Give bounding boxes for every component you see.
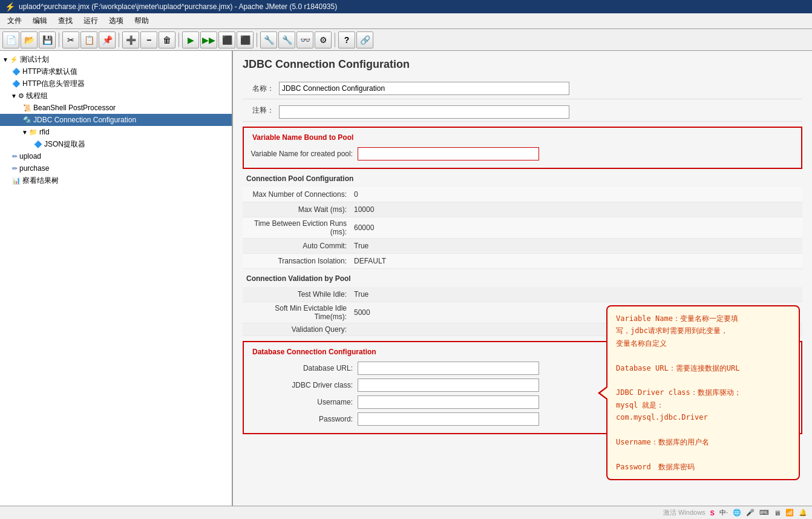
tooltip-bubble: Variable Name：变量名称一定要填 写，jdbc请求时需要用到此变量，… bbox=[606, 305, 800, 480]
log-tools-button[interactable]: 🔧 bbox=[260, 31, 277, 48]
tree-item-purchase[interactable]: ✏ purchase bbox=[0, 162, 232, 174]
arrow-thread-group: ▼ bbox=[11, 93, 17, 99]
icon-http-defaults: 🔷 bbox=[12, 68, 21, 76]
jdbc-driver-input[interactable] bbox=[358, 379, 539, 392]
log2-button[interactable]: 🔧 bbox=[278, 31, 295, 48]
tree-item-http-defaults[interactable]: 🔷 HTTP请求默认值 bbox=[0, 65, 232, 78]
clear-button[interactable]: 🗑 bbox=[159, 31, 175, 48]
cut-button[interactable]: ✂ bbox=[62, 31, 79, 48]
icon-thread-group: ⚙ bbox=[18, 92, 24, 100]
arrow-test-plan: ▼ bbox=[2, 56, 8, 63]
password-label: Password: bbox=[249, 415, 358, 423]
menu-run[interactable]: 运行 bbox=[79, 15, 103, 27]
label-http-header: HTTP信息头管理器 bbox=[22, 79, 85, 89]
comment-row: 注释： bbox=[243, 103, 802, 122]
label-http-defaults: HTTP请求默认值 bbox=[22, 67, 77, 77]
tree-item-view-results[interactable]: 📊 察看结果树 bbox=[0, 174, 232, 187]
max-connections-label: Max Number of Connections: bbox=[243, 190, 352, 199]
label-beanshell: BeanShell PostProcessor bbox=[33, 104, 116, 112]
label-rfid: rfid bbox=[39, 128, 50, 136]
icon-purchase: ✏ bbox=[12, 165, 18, 173]
tree-item-jdbc-config[interactable]: 🔩 JDBC Connection Configuration bbox=[0, 114, 232, 126]
icon-test-plan: ⚡ bbox=[10, 56, 18, 64]
main-layout: ▼ ⚡ 测试计划 🔷 HTTP请求默认值 🔷 HTTP信息头管理器 ▼ ⚙ 线程… bbox=[0, 51, 812, 506]
glasses-button[interactable]: 👓 bbox=[296, 31, 313, 48]
tree-item-beanshell[interactable]: 📜 BeanShell PostProcessor bbox=[0, 102, 232, 114]
label-view-results: 察看结果树 bbox=[22, 176, 59, 186]
pool-name-input[interactable] bbox=[358, 147, 539, 160]
test-while-idle-row: Test While Idle: True bbox=[243, 287, 802, 302]
copy-button[interactable]: 📋 bbox=[80, 31, 97, 48]
remove-button[interactable]: − bbox=[140, 31, 157, 48]
separator-1 bbox=[59, 33, 59, 47]
icon-upload: ✏ bbox=[12, 153, 18, 160]
menu-file[interactable]: 文件 bbox=[2, 15, 27, 27]
label-test-plan: 测试计划 bbox=[20, 55, 49, 65]
soft-min-value: 5000 bbox=[352, 307, 373, 318]
comment-input[interactable] bbox=[279, 105, 569, 119]
pool-name-row: Variable Name for created pool: bbox=[249, 147, 796, 160]
variable-name-section: Variable Name Bound to Pool Variable Nam… bbox=[243, 127, 802, 169]
icon-json-extractor: 🔷 bbox=[34, 140, 42, 148]
icon-rfid: 📁 bbox=[29, 128, 38, 136]
pool-name-label: Variable Name for created pool: bbox=[249, 150, 358, 158]
max-connections-row: Max Number of Connections: 0 bbox=[243, 187, 802, 202]
add-button[interactable]: ➕ bbox=[122, 31, 139, 48]
validation-query-label: Validation Query: bbox=[243, 325, 352, 334]
database-url-input[interactable] bbox=[358, 362, 539, 375]
arrow-rfid: ▼ bbox=[22, 129, 28, 136]
comment-label: 注释： bbox=[243, 105, 279, 116]
menu-edit[interactable]: 编辑 bbox=[28, 15, 52, 27]
stop-now-button[interactable]: ⬛ bbox=[237, 31, 254, 48]
tree-item-http-header[interactable]: 🔷 HTTP信息头管理器 bbox=[0, 78, 232, 90]
max-wait-value: 10000 bbox=[352, 204, 376, 215]
stop-button[interactable]: ⬛ bbox=[218, 31, 235, 48]
icon-beanshell: 📜 bbox=[23, 104, 31, 112]
separator-3 bbox=[178, 33, 179, 47]
run-button[interactable]: ▶ bbox=[182, 31, 199, 48]
icon-view-results: 📊 bbox=[12, 177, 21, 185]
window-title: uplaod^purcharse.jmx (F:\workplace\jmete… bbox=[19, 2, 337, 11]
open-button[interactable]: 📂 bbox=[21, 31, 38, 48]
max-wait-row: Max Wait (ms): 10000 bbox=[243, 202, 802, 217]
run-all-button[interactable]: ▶▶ bbox=[200, 31, 217, 48]
label-purchase: purchase bbox=[19, 164, 49, 173]
tree-item-thread-group[interactable]: ▼ ⚙ 线程组 bbox=[0, 90, 232, 102]
tree-item-upload[interactable]: ✏ upload bbox=[0, 150, 232, 162]
username-input[interactable] bbox=[358, 395, 539, 409]
test-while-idle-label: Test While Idle: bbox=[243, 290, 352, 299]
transaction-isolation-value: DEFAULT bbox=[352, 256, 388, 266]
tree-item-json-extractor[interactable]: 🔷 JSON提取器 bbox=[0, 138, 232, 150]
separator-5 bbox=[335, 33, 335, 47]
eviction-runs-row: Time Between Eviction Runs (ms): 60000 bbox=[243, 217, 802, 239]
database-url-label: Database URL: bbox=[249, 364, 358, 372]
label-thread-group: 线程组 bbox=[26, 91, 48, 101]
menu-options[interactable]: 选项 bbox=[104, 15, 128, 27]
name-input[interactable] bbox=[279, 82, 569, 95]
tree-item-test-plan[interactable]: ▼ ⚡ 测试计划 bbox=[0, 53, 232, 65]
help-button[interactable]: ? bbox=[338, 31, 355, 48]
save-button[interactable]: 💾 bbox=[39, 31, 56, 48]
validation-query-value bbox=[352, 328, 356, 331]
new-button[interactable]: 📄 bbox=[2, 31, 19, 48]
menu-find[interactable]: 查找 bbox=[53, 15, 77, 27]
settings-button[interactable]: ⚙ bbox=[315, 31, 332, 48]
jdbc-driver-label: JDBC Driver class: bbox=[249, 381, 358, 389]
username-label: Username: bbox=[249, 398, 358, 406]
password-input[interactable] bbox=[358, 412, 539, 426]
tree-item-rfid[interactable]: ▼ 📁 rfid bbox=[0, 126, 232, 138]
transaction-isolation-label: Transaction Isolation: bbox=[243, 257, 352, 265]
toolbar: 📄 📂 💾 ✂ 📋 📌 ➕ − 🗑 ▶ ▶▶ ⬛ ⬛ 🔧 🔧 👓 ⚙ ? 🔗 bbox=[0, 29, 812, 51]
name-label: 名称： bbox=[243, 84, 279, 94]
remote-button[interactable]: 🔗 bbox=[356, 31, 373, 48]
config-panel: JDBC Connection Configuration 名称： 注释： Va… bbox=[233, 51, 812, 506]
auto-commit-value: True bbox=[352, 240, 371, 251]
soft-min-label: Soft Min Evictable Idle Time(ms): bbox=[243, 304, 352, 321]
icon-jdbc-config: 🔩 bbox=[23, 116, 31, 124]
menu-bar: 文件 编辑 查找 运行 选项 帮助 bbox=[0, 13, 812, 29]
panel-title: JDBC Connection Configuration bbox=[243, 58, 802, 71]
menu-help[interactable]: 帮助 bbox=[129, 15, 154, 27]
paste-button[interactable]: 📌 bbox=[99, 31, 116, 48]
label-jdbc-config: JDBC Connection Configuration bbox=[33, 116, 136, 124]
transaction-isolation-row: Transaction Isolation: DEFAULT bbox=[243, 254, 802, 269]
